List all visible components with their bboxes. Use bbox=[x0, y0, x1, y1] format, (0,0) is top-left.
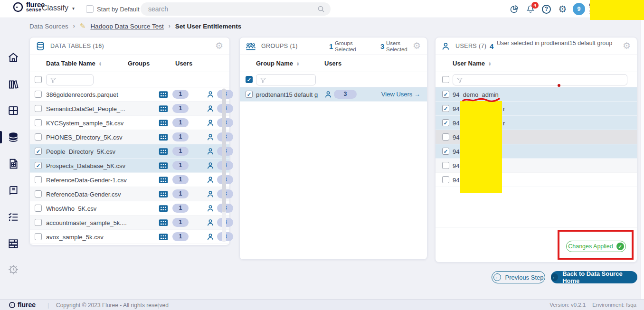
person-icon bbox=[206, 132, 215, 142]
active-item-indicator bbox=[0, 131, 2, 143]
groups-count-badge: 1 bbox=[172, 204, 189, 213]
breadcrumb-data-sources[interactable]: Data Sources bbox=[29, 23, 68, 30]
data-table-row[interactable]: 386goldenrecords.parquet 1 3 bbox=[30, 87, 229, 102]
sidebar-stack-icon[interactable] bbox=[7, 237, 19, 250]
edit-pencil-icon[interactable]: ✎ bbox=[80, 22, 86, 30]
help-icon[interactable]: ? bbox=[541, 4, 551, 14]
data-tables-panel: DATA TABLES (16) ⚙ Data Table Name▲▼ Gro… bbox=[29, 37, 230, 245]
row-checkbox[interactable] bbox=[35, 205, 42, 212]
row-checkbox[interactable] bbox=[35, 219, 42, 226]
col-group-name: Group Name bbox=[256, 60, 293, 67]
sidebar-library-icon[interactable] bbox=[7, 78, 19, 91]
sort-icon[interactable]: ▲▼ bbox=[296, 61, 299, 66]
data-table-row[interactable]: KYCSystem_sample_5k.csv 1 3 bbox=[30, 116, 229, 130]
row-checkbox[interactable] bbox=[442, 105, 449, 112]
row-checkbox[interactable] bbox=[35, 105, 42, 112]
sidebar-book-icon[interactable] bbox=[7, 184, 19, 197]
groups-count-badge: 1 bbox=[172, 189, 189, 198]
search-bar bbox=[141, 2, 331, 16]
fluree-logo-icon bbox=[12, 1, 24, 13]
sidebar-checklist-icon[interactable] bbox=[7, 211, 19, 223]
previous-step-button[interactable]: ← Previous Step bbox=[492, 271, 545, 283]
data-table-row[interactable]: WhosWho_5K.csv 1 3 bbox=[30, 201, 229, 216]
row-checkbox[interactable] bbox=[35, 233, 42, 240]
groups-icon bbox=[245, 41, 256, 51]
redaction-box-topright bbox=[590, 0, 644, 20]
app-screen: fluree sense Classify ▾ Start by Default… bbox=[0, 0, 644, 310]
row-checkbox[interactable] bbox=[442, 91, 449, 98]
groups-panel: GROUPS (1) 1 Groups Selected 3 Users Sel… bbox=[239, 37, 427, 260]
col-users: Users bbox=[175, 60, 192, 67]
sidebar-settings-history-icon[interactable] bbox=[7, 263, 19, 276]
scrollbar-thumb[interactable] bbox=[222, 89, 226, 212]
users-title: USERS (7) bbox=[455, 43, 486, 49]
data-table-row[interactable]: People_Directory_5K.csv 1 3 bbox=[30, 144, 229, 159]
notifications-bell-icon[interactable]: 4 bbox=[525, 4, 535, 14]
search-input[interactable] bbox=[148, 5, 317, 13]
data-table-row[interactable]: PHONES_Directory_5K.csv 1 3 bbox=[30, 130, 229, 144]
user-icon bbox=[441, 41, 451, 51]
groups-gear-icon[interactable]: ⚙ bbox=[413, 41, 421, 50]
users-footer-divider bbox=[436, 227, 637, 227]
sidebar-file-table-icon[interactable] bbox=[7, 158, 19, 170]
row-checkbox[interactable] bbox=[442, 162, 449, 169]
data-table-row[interactable]: Prospects_Database_5K.csv 1 3 bbox=[30, 159, 229, 173]
users-gear-icon[interactable]: ⚙ bbox=[623, 41, 631, 50]
chevron-right-icon: › bbox=[169, 23, 170, 29]
group-grid-icon bbox=[158, 132, 169, 142]
groups-selected-label: Groups Selected bbox=[335, 40, 360, 52]
row-checkbox[interactable] bbox=[442, 133, 449, 141]
red-dot-annotation bbox=[558, 84, 560, 87]
data-table-row[interactable]: avox_sample_5k.csv 1 3 bbox=[30, 230, 229, 244]
row-checkbox[interactable] bbox=[35, 148, 42, 155]
filter-funnel-icon bbox=[457, 77, 463, 83]
start-by-default-checkbox[interactable] bbox=[86, 5, 94, 13]
users-select-all-checkbox[interactable] bbox=[442, 76, 449, 83]
row-checkbox[interactable] bbox=[35, 176, 42, 183]
groups-count-badge: 1 bbox=[172, 90, 189, 99]
person-icon bbox=[206, 118, 215, 128]
data-tables-select-all-checkbox[interactable] bbox=[35, 76, 42, 83]
back-to-data-source-home-button[interactable]: ← Back to Data Source Home bbox=[551, 271, 637, 283]
fluree-sense-logo[interactable]: fluree sense bbox=[12, 1, 45, 13]
col-user-name: User Name bbox=[453, 60, 485, 67]
row-checkbox[interactable] bbox=[442, 176, 449, 183]
group-grid-icon bbox=[158, 189, 169, 199]
group-row[interactable]: prodtenant15 default g 3 View Users → bbox=[240, 87, 427, 102]
groups-count-badge: 1 bbox=[172, 175, 189, 184]
user-avatar[interactable]: 9 bbox=[573, 3, 585, 15]
breadcrumb-datasource-link[interactable]: Hadoop Data Source Test bbox=[90, 23, 163, 30]
sort-icon[interactable]: ▲▼ bbox=[488, 61, 491, 66]
sort-icon[interactable]: ▲▼ bbox=[99, 61, 102, 66]
sidebar-home-icon[interactable] bbox=[7, 51, 19, 64]
group-row-checkbox[interactable] bbox=[246, 91, 253, 98]
settings-gear-icon[interactable]: ⚙ bbox=[558, 4, 568, 14]
row-checkbox[interactable] bbox=[35, 190, 42, 197]
footer-copyright: Copyright © 2023 Fluree - All rights res… bbox=[56, 302, 169, 309]
row-checkbox[interactable] bbox=[35, 91, 42, 98]
row-checkbox[interactable] bbox=[35, 133, 42, 141]
data-table-row[interactable]: SemanticDataSet_People_... 1 3 bbox=[30, 102, 229, 116]
view-users-link[interactable]: View Users → bbox=[381, 91, 420, 98]
data-table-row[interactable]: ReferenceData-Gender.csv 1 3 bbox=[30, 187, 229, 201]
analytics-pie-icon[interactable] bbox=[509, 4, 519, 14]
row-checkbox[interactable] bbox=[442, 148, 449, 155]
data-table-row[interactable]: ReferenceData-Gender-1.csv 1 3 bbox=[30, 173, 229, 187]
data-tables-gear-icon[interactable]: ⚙ bbox=[215, 41, 223, 50]
sidebar-database-icon-active[interactable] bbox=[7, 131, 19, 143]
footer-bar: fluree | Copyright © 2023 Fluree - All r… bbox=[0, 299, 644, 310]
users-filter-input[interactable] bbox=[453, 75, 627, 85]
sidebar-grid-icon[interactable] bbox=[7, 104, 19, 117]
data-table-row[interactable]: accountmaster_sample_5k.... 1 3 bbox=[30, 216, 229, 230]
breadcrumb-current-page: Set User Entitlements bbox=[175, 23, 242, 30]
groups-selected-count: 1 bbox=[329, 42, 333, 50]
row-checkbox[interactable] bbox=[35, 162, 42, 169]
database-icon bbox=[35, 41, 46, 51]
groups-select-all-checkbox[interactable] bbox=[246, 76, 253, 83]
row-checkbox[interactable] bbox=[442, 119, 449, 126]
page-scrollbar[interactable] bbox=[640, 18, 644, 299]
person-icon bbox=[206, 218, 215, 227]
row-checkbox[interactable] bbox=[35, 119, 42, 126]
groups-count-badge: 1 bbox=[172, 132, 189, 141]
app-menu-dropdown[interactable]: Classify ▾ bbox=[42, 4, 75, 12]
